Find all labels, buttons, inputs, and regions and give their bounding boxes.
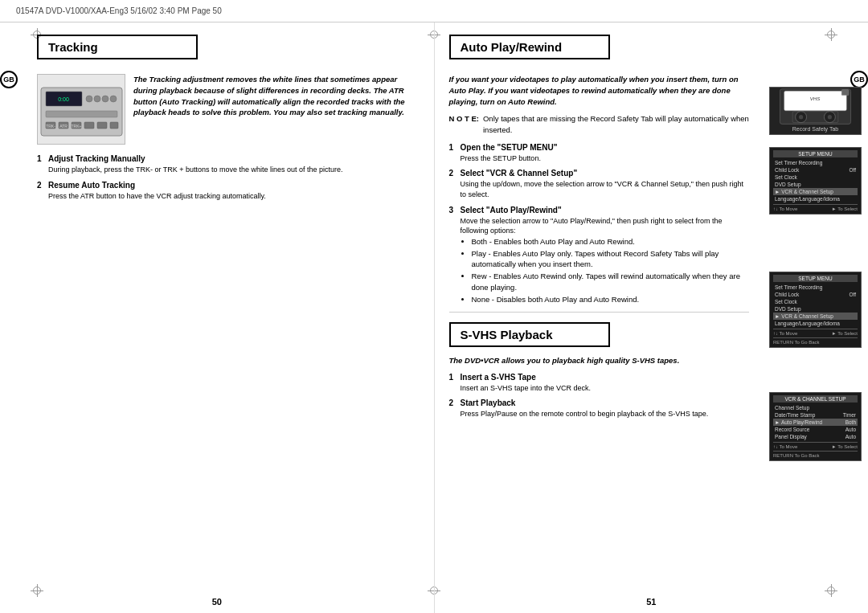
svhs-step-2-number: 2 bbox=[449, 398, 461, 419]
page-number-right: 51 bbox=[646, 597, 656, 607]
autoplay-step-2-number: 2 bbox=[449, 169, 461, 199]
svg-text:TRK-: TRK- bbox=[46, 124, 55, 129]
step-2: 2 Resume Auto Tracking Press the ATR but… bbox=[37, 181, 420, 202]
screen-1-item-4: ► VCR & Channel Setup bbox=[773, 188, 858, 195]
svg-text:0:00: 0:00 bbox=[58, 96, 69, 102]
autoplay-step-3-title: Select "Auto Play/Rewind" bbox=[461, 206, 750, 215]
bullet-1: Play - Enables Auto Play only. Tapes wit… bbox=[472, 248, 750, 271]
autoplay-step-3: 3 Select "Auto Play/Rewind" Move the sel… bbox=[449, 206, 750, 306]
svg-rect-12 bbox=[97, 122, 107, 129]
step-2-title: Resume Auto Tracking bbox=[48, 181, 420, 190]
svhs-step-2: 2 Start Playback Press Play/Pause on the… bbox=[449, 398, 750, 419]
autoplay-step-3-desc: Move the selection arrow to "Auto Play/R… bbox=[461, 216, 750, 236]
setup-menu-screen-2: SETUP MENU Set Timer Recording Child Loc… bbox=[769, 272, 862, 348]
autoplay-step-3-number: 3 bbox=[449, 206, 461, 306]
svg-rect-25 bbox=[841, 90, 849, 96]
svg-rect-11 bbox=[84, 122, 94, 129]
autoplay-step-1: 1 Open the "SETUP MENU" Press the SETUP … bbox=[449, 143, 750, 164]
svg-point-23 bbox=[828, 115, 832, 119]
step-1-title: Adjust Tracking Manually bbox=[48, 154, 420, 163]
note-label: N O T E: bbox=[449, 113, 479, 135]
autoplay-step-1-number: 1 bbox=[449, 143, 461, 164]
screen-1-item-1: Child LockOff bbox=[773, 166, 858, 174]
screen-2-item-3: DVD Setup bbox=[773, 305, 858, 313]
screen-2-item-0: Set Timer Recording bbox=[773, 284, 858, 291]
vcr-channel-title: VCR & CHANNEL SETUP bbox=[773, 395, 858, 403]
cassette-image: VHS Record Safety Tab bbox=[769, 87, 862, 135]
svhs-section-header: S-VHS Playback bbox=[449, 322, 610, 347]
svhs-intro: The DVD•VCR allows you to playback high … bbox=[449, 355, 750, 366]
svhs-step-1: 1 Insert a S-VHS Tape Insert an S-VHS ta… bbox=[449, 373, 750, 394]
svg-point-21 bbox=[799, 115, 803, 119]
autoplay-step-1-title: Open the "SETUP MENU" bbox=[461, 143, 750, 152]
autoplay-steps-1-2: 1 Open the "SETUP MENU" Press the SETUP … bbox=[449, 143, 750, 200]
autoplay-step-1-desc: Press the SETUP button. bbox=[461, 153, 750, 164]
step-2-desc: Press the ATR button to have the VCR adj… bbox=[48, 191, 420, 202]
screen-1-item-5: Language/Language/Idioma bbox=[773, 195, 858, 202]
autoplay-bullets: Both - Enables both Auto Play and Auto R… bbox=[472, 236, 750, 305]
bullet-0: Both - Enables both Auto Play and Auto R… bbox=[472, 236, 750, 247]
screen-1-item-3: DVD Setup bbox=[773, 181, 858, 188]
vcr-item-2: ► Auto Play/Rewind Both bbox=[773, 419, 858, 426]
screen-2-item-4: ► VCR & Channel Setup bbox=[773, 313, 858, 320]
svg-text:VHS: VHS bbox=[810, 96, 821, 101]
setup-menu-screen-1: SETUP MENU Set Timer Recording Child Loc… bbox=[769, 147, 862, 215]
cassette-svg: VHS bbox=[773, 88, 858, 126]
vcr-item-0: Channel Setup bbox=[773, 404, 858, 411]
autoplay-section-header: Auto Play/Rewind bbox=[449, 35, 610, 59]
svhs-step-2-title: Start Playback bbox=[461, 398, 750, 407]
autoplay-intro: If you want your videotapes to play auto… bbox=[449, 74, 750, 107]
record-safety-tab-label: Record Safety Tab bbox=[792, 126, 838, 132]
screen-2-item-1: Child LockOff bbox=[773, 291, 858, 298]
bullet-3: None - Disables both Auto Play and Auto … bbox=[472, 294, 750, 305]
svg-point-4 bbox=[94, 96, 100, 102]
vcr-item-1: Date/Time Stamp Timer bbox=[773, 411, 858, 419]
step-1-number: 1 bbox=[37, 154, 48, 175]
vcr-item-3: Record Source Auto bbox=[773, 426, 858, 433]
section-divider bbox=[449, 312, 750, 313]
screen-1-footer: ↑↓ To Move ► To Select bbox=[773, 204, 858, 211]
screen-2-back: RETURN To Go Back bbox=[773, 337, 858, 345]
vcr-footer: ↑↓ To Move ► To Select bbox=[773, 442, 858, 449]
screen-1-item-0: Set Timer Recording bbox=[773, 159, 858, 166]
vcr-svg: 0:00 TRK- ATR bbox=[39, 76, 124, 143]
right-column: GB Auto Play/Rewind VHS bbox=[435, 22, 869, 613]
svg-rect-7 bbox=[46, 111, 117, 117]
tracking-section-header: Tracking bbox=[37, 35, 198, 59]
screen-2-item-2: Set Clock bbox=[773, 298, 858, 305]
screen-2-title: SETUP MENU bbox=[773, 275, 858, 282]
vcr-image: 0:00 TRK- ATR bbox=[37, 74, 125, 145]
svhs-step-1-title: Insert a S-VHS Tape bbox=[461, 373, 750, 382]
svhs-step-2-desc: Press Play/Pause on the remote control t… bbox=[461, 409, 750, 419]
autoplay-step-2: 2 Select "VCR & Channel Setup" Using the… bbox=[449, 169, 750, 199]
bullet-2: Rew - Enables Auto Rewind only. Tapes wi… bbox=[472, 271, 750, 293]
svhs-step-1-number: 1 bbox=[449, 373, 461, 394]
screen-1-item-2: Set Clock bbox=[773, 174, 858, 181]
vcr-back: RETURN To Go Back bbox=[773, 451, 858, 458]
autoplay-step-3-section: 3 Select "Auto Play/Rewind" Move the sel… bbox=[449, 206, 750, 306]
header-bar: 01547A DVD-V1000/XAA-Eng3 5/16/02 3:40 P… bbox=[0, 0, 868, 22]
step-1: 1 Adjust Tracking Manually During playba… bbox=[37, 154, 420, 175]
svg-point-6 bbox=[110, 96, 117, 102]
vcr-channel-screen: VCR & CHANNEL SETUP Channel Setup Date/T… bbox=[769, 392, 862, 461]
screen-1-title: SETUP MENU bbox=[773, 150, 858, 157]
note-section: N O T E: Only tapes that are missing the… bbox=[449, 113, 750, 135]
note-content: Only tapes that are missing the Record S… bbox=[483, 113, 749, 135]
svg-point-5 bbox=[102, 96, 108, 102]
page-number-left: 50 bbox=[212, 597, 222, 607]
tracking-steps: 1 Adjust Tracking Manually During playba… bbox=[37, 154, 420, 201]
step-1-desc: During playback, press the TRK- or TRK +… bbox=[48, 165, 420, 175]
left-column: GB Tracking 0:00 bbox=[0, 22, 435, 613]
autoplay-step-2-desc: Using the up/down, move the selection ar… bbox=[461, 179, 750, 199]
svg-point-3 bbox=[86, 96, 92, 102]
tracking-intro: The Tracking adjustment removes the whit… bbox=[133, 74, 420, 145]
gb-badge-left: GB bbox=[0, 71, 18, 88]
autoplay-step-2-title: Select "VCR & Channel Setup" bbox=[461, 169, 750, 178]
gb-badge-right: GB bbox=[850, 71, 868, 88]
header-text: 01547A DVD-V1000/XAA-Eng3 5/16/02 3:40 P… bbox=[16, 6, 222, 15]
step-2-number: 2 bbox=[37, 181, 48, 202]
svg-text:TRK+: TRK+ bbox=[71, 124, 81, 129]
svg-text:ATR: ATR bbox=[59, 124, 68, 129]
svg-rect-13 bbox=[110, 122, 118, 129]
svhs-section: S-VHS Playback The DVD•VCR allows you to… bbox=[449, 322, 750, 419]
